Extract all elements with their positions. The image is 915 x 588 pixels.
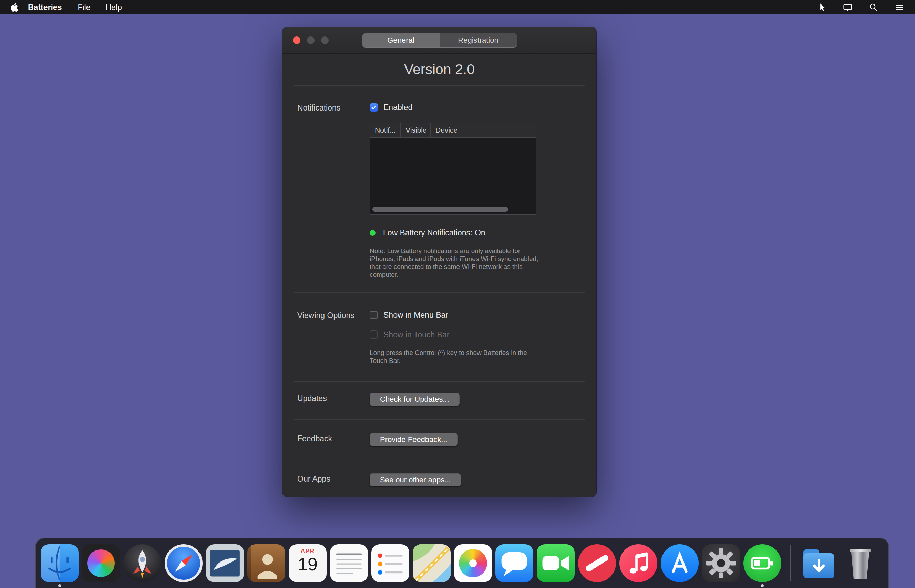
show-in-touch-bar-label: Show in Touch Bar xyxy=(384,330,449,339)
messages-icon xyxy=(496,544,533,582)
downloads-folder-icon xyxy=(800,544,838,582)
display-icon[interactable] xyxy=(842,2,853,13)
dock-contacts[interactable] xyxy=(247,538,285,588)
version-title: Version 2.0 xyxy=(282,54,596,85)
menu-file[interactable]: File xyxy=(70,3,98,12)
dock-downloads[interactable] xyxy=(800,538,838,588)
dock-finder[interactable] xyxy=(40,538,79,588)
dock: APR 19 xyxy=(35,538,889,588)
section-viewing-options: Viewing Options Show in Menu Bar Show in… xyxy=(282,310,596,365)
dock-batteries-app[interactable] xyxy=(743,538,781,588)
see-other-apps-button[interactable]: See our other apps... xyxy=(370,473,461,486)
reminders-icon xyxy=(371,544,409,582)
low-battery-status-row: Low Battery Notifications: On xyxy=(370,228,486,237)
horizontal-scrollbar[interactable] xyxy=(372,207,508,212)
traffic-lights xyxy=(293,27,329,53)
section-feedback: Feedback Provide Feedback... xyxy=(282,433,596,446)
dock-mail[interactable] xyxy=(206,538,244,588)
zoom-button[interactable] xyxy=(321,37,329,44)
enabled-checkbox[interactable] xyxy=(370,103,378,111)
safari-icon xyxy=(165,544,202,582)
our-apps-label: Our Apps xyxy=(297,473,370,486)
enabled-checkbox-label: Enabled xyxy=(384,103,412,112)
photos-icon xyxy=(454,544,492,582)
app-store-icon xyxy=(661,544,699,582)
dock-app-store[interactable] xyxy=(661,538,699,588)
running-indicator xyxy=(761,584,764,587)
facetime-icon xyxy=(537,544,575,582)
menu-bar-status-area xyxy=(816,2,905,13)
show-in-touch-bar-checkbox[interactable] xyxy=(370,331,378,339)
divider xyxy=(294,419,585,420)
running-indicator xyxy=(58,584,61,587)
dock-music[interactable] xyxy=(619,538,658,588)
notifications-note: Note: Low Battery notifications are only… xyxy=(370,247,539,278)
status-green-dot xyxy=(370,230,376,236)
dock-calendar[interactable]: APR 19 xyxy=(289,538,327,588)
menu-bar: Batteries File Help xyxy=(0,0,915,15)
touch-bar-note: Long press the Control (^) key to show B… xyxy=(370,349,539,365)
column-notif[interactable]: Notif... xyxy=(370,123,401,137)
updates-label: Updates xyxy=(297,393,370,406)
music-icon xyxy=(619,544,658,582)
tab-general[interactable]: General xyxy=(363,33,440,47)
dock-photos[interactable] xyxy=(454,538,492,588)
apple-menu[interactable] xyxy=(10,3,19,12)
provide-feedback-button[interactable]: Provide Feedback... xyxy=(370,433,458,446)
mail-icon xyxy=(206,544,244,582)
check-for-updates-button[interactable]: Check for Updates... xyxy=(370,393,460,406)
divider xyxy=(294,292,585,292)
divider xyxy=(294,381,585,382)
dock-textedit[interactable] xyxy=(330,538,368,588)
checkmark-icon xyxy=(371,105,377,110)
enabled-checkbox-row: Enabled xyxy=(370,102,412,113)
dock-launchpad[interactable] xyxy=(123,538,161,588)
trash-icon xyxy=(841,544,879,582)
calendar-day: 19 xyxy=(298,555,317,574)
dock-reminders[interactable] xyxy=(371,538,409,588)
dock-messages[interactable] xyxy=(496,538,533,588)
menu-app-name[interactable]: Batteries xyxy=(19,3,70,12)
dock-maps[interactable] xyxy=(413,538,450,588)
menu-bar-checkbox-row: Show in Menu Bar xyxy=(370,310,448,320)
tab-registration[interactable]: Registration xyxy=(440,33,517,47)
finder-icon xyxy=(40,544,79,582)
window-titlebar[interactable]: General Registration xyxy=(282,27,596,54)
menu-list-icon[interactable] xyxy=(894,2,905,13)
batteries-app-icon xyxy=(743,544,781,582)
dock-siri[interactable] xyxy=(82,538,120,588)
maps-icon xyxy=(413,544,450,582)
batteries-preferences-window: General Registration Version 2.0 Notific… xyxy=(282,27,596,497)
section-notifications: Notifications Enabled Notif... Visible D… xyxy=(282,102,596,278)
dock-safari[interactable] xyxy=(165,538,202,588)
column-device[interactable]: Device xyxy=(431,123,536,137)
notifications-label: Notifications xyxy=(297,102,370,278)
calendar-month: APR xyxy=(300,548,314,555)
devices-table[interactable]: Notif... Visible Device xyxy=(370,123,536,215)
menu-help[interactable]: Help xyxy=(98,3,130,12)
news-icon xyxy=(578,544,616,582)
column-visible[interactable]: Visible xyxy=(401,123,431,137)
dock-facetime[interactable] xyxy=(537,538,575,588)
touch-bar-checkbox-row: Show in Touch Bar xyxy=(370,330,449,340)
section-our-apps: Our Apps See our other apps... xyxy=(282,473,596,486)
dock-trash[interactable] xyxy=(841,538,879,588)
contacts-icon xyxy=(247,544,285,582)
viewing-options-label: Viewing Options xyxy=(297,310,370,365)
close-button[interactable] xyxy=(293,37,300,44)
dock-separator xyxy=(790,545,791,581)
dock-news[interactable] xyxy=(578,538,616,588)
menu-bar-left: Batteries File Help xyxy=(10,3,130,12)
show-in-menu-bar-checkbox[interactable] xyxy=(370,311,378,319)
system-preferences-icon xyxy=(702,544,740,582)
pointer-icon[interactable] xyxy=(816,2,827,13)
calendar-icon: APR 19 xyxy=(289,544,327,582)
feedback-label: Feedback xyxy=(297,433,370,446)
low-battery-status-text: Low Battery Notifications: On xyxy=(383,228,486,237)
divider xyxy=(294,460,585,460)
search-icon[interactable] xyxy=(868,2,879,13)
textedit-icon xyxy=(330,544,368,582)
dock-system-preferences[interactable] xyxy=(702,538,740,588)
minimize-button[interactable] xyxy=(307,37,314,44)
devices-table-header: Notif... Visible Device xyxy=(370,123,536,138)
